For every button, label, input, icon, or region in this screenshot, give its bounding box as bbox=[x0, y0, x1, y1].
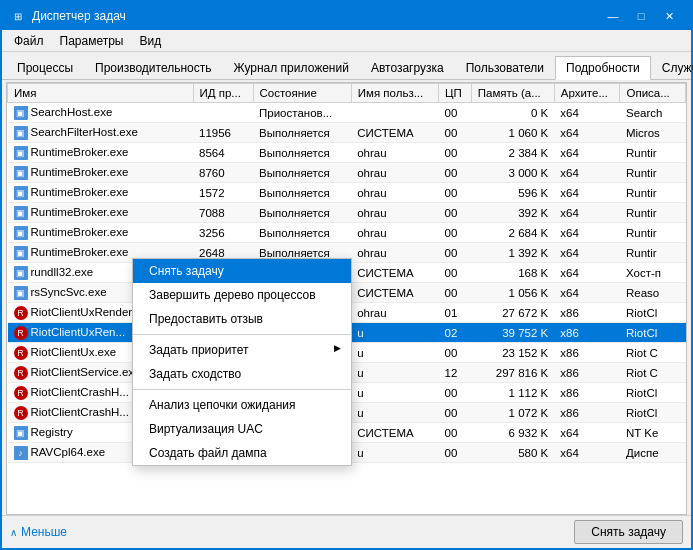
process-user: u bbox=[351, 383, 438, 403]
process-cpu: 00 bbox=[439, 203, 472, 223]
process-icon: ▣ bbox=[14, 146, 28, 160]
process-icon: R bbox=[14, 306, 28, 320]
col-user[interactable]: Имя польз... bbox=[351, 84, 438, 103]
context-menu-item[interactable]: Завершить дерево процессов bbox=[133, 283, 351, 307]
process-icon: ▣ bbox=[14, 126, 28, 140]
process-arch: x86 bbox=[554, 383, 620, 403]
context-menu-item[interactable]: Снять задачу bbox=[133, 259, 351, 283]
table-row[interactable]: ▣RuntimeBroker.exe 8760 Выполняется ohra… bbox=[8, 163, 686, 183]
context-menu-item[interactable]: Анализ цепочки ожидания bbox=[133, 393, 351, 417]
process-state: Выполняется bbox=[253, 123, 351, 143]
process-cpu: 00 bbox=[439, 283, 472, 303]
process-cpu: 00 bbox=[439, 443, 472, 463]
process-icon: ▣ bbox=[14, 226, 28, 240]
context-menu-item[interactable]: Предоставить отзыв bbox=[133, 307, 351, 331]
col-state[interactable]: Состояние bbox=[253, 84, 351, 103]
process-mem: 596 K bbox=[471, 183, 554, 203]
process-mem: 39 752 K bbox=[471, 323, 554, 343]
tab-performance[interactable]: Производительность bbox=[84, 56, 222, 79]
table-row[interactable]: ▣SearchFilterHost.exe 11956 Выполняется … bbox=[8, 123, 686, 143]
col-cpu[interactable]: ЦП bbox=[439, 84, 472, 103]
process-cpu: 00 bbox=[439, 123, 472, 143]
process-desc: Runtir bbox=[620, 183, 686, 203]
process-desc: Riot C bbox=[620, 363, 686, 383]
process-pid: 1572 bbox=[193, 183, 253, 203]
context-menu-item[interactable]: Виртуализация UAC bbox=[133, 417, 351, 441]
col-desc[interactable]: Описа... bbox=[620, 84, 686, 103]
col-name[interactable]: Имя bbox=[8, 84, 194, 103]
menu-file[interactable]: Файл bbox=[6, 32, 52, 50]
process-cpu: 00 bbox=[439, 163, 472, 183]
minimize-button[interactable]: — bbox=[599, 2, 627, 30]
tab-startup[interactable]: Автозагрузка bbox=[360, 56, 455, 79]
col-arch[interactable]: Архите... bbox=[554, 84, 620, 103]
process-arch: x64 bbox=[554, 263, 620, 283]
process-desc: Runtir bbox=[620, 203, 686, 223]
process-user: ohrau bbox=[351, 143, 438, 163]
process-desc: Micros bbox=[620, 123, 686, 143]
process-icon: ▣ bbox=[14, 286, 28, 300]
process-cpu: 00 bbox=[439, 103, 472, 123]
table-row[interactable]: ▣RuntimeBroker.exe 8564 Выполняется ohra… bbox=[8, 143, 686, 163]
window-title: Диспетчер задач bbox=[32, 9, 599, 23]
process-arch: x64 bbox=[554, 243, 620, 263]
table-row[interactable]: ▣RuntimeBroker.exe 3256 Выполняется ohra… bbox=[8, 223, 686, 243]
process-arch: x64 bbox=[554, 223, 620, 243]
process-icon: ▣ bbox=[14, 426, 28, 440]
process-desc: Диспе bbox=[620, 443, 686, 463]
process-desc: Riot C bbox=[620, 343, 686, 363]
process-user: СИСТЕМА bbox=[351, 123, 438, 143]
title-bar: ⊞ Диспетчер задач — □ ✕ bbox=[2, 2, 691, 30]
tab-users[interactable]: Пользователи bbox=[455, 56, 555, 79]
context-menu-item[interactable]: Задать приоритет bbox=[133, 338, 351, 362]
process-icon: ▣ bbox=[14, 106, 28, 120]
col-pid[interactable]: ИД пр... bbox=[193, 84, 253, 103]
process-name: ▣RuntimeBroker.exe bbox=[8, 203, 194, 223]
process-user: СИСТЕМА bbox=[351, 263, 438, 283]
process-desc: Runtir bbox=[620, 223, 686, 243]
less-button[interactable]: Меньше bbox=[10, 525, 67, 539]
context-menu-item[interactable]: Создать файл дампа bbox=[133, 441, 351, 465]
process-icon: ▣ bbox=[14, 186, 28, 200]
process-cpu: 00 bbox=[439, 403, 472, 423]
tab-services[interactable]: Службы bbox=[651, 56, 693, 79]
tab-details[interactable]: Подробности bbox=[555, 56, 651, 80]
footer: Меньше Снять задачу bbox=[2, 515, 691, 548]
process-mem: 1 392 K bbox=[471, 243, 554, 263]
menu-view[interactable]: Вид bbox=[131, 32, 169, 50]
process-icon: ▣ bbox=[14, 206, 28, 220]
process-cpu: 00 bbox=[439, 343, 472, 363]
process-arch: x64 bbox=[554, 143, 620, 163]
table-row[interactable]: ▣RuntimeBroker.exe 7088 Выполняется ohra… bbox=[8, 203, 686, 223]
end-task-button[interactable]: Снять задачу bbox=[574, 520, 683, 544]
col-mem[interactable]: Память (а... bbox=[471, 84, 554, 103]
process-arch: x64 bbox=[554, 163, 620, 183]
table-row[interactable]: ▣SearchHost.exe Приостанов... 00 0 K x64… bbox=[8, 103, 686, 123]
process-name: ▣RuntimeBroker.exe bbox=[8, 143, 194, 163]
table-row[interactable]: ▣RuntimeBroker.exe 1572 Выполняется ohra… bbox=[8, 183, 686, 203]
process-mem: 6 932 K bbox=[471, 423, 554, 443]
process-mem: 297 816 K bbox=[471, 363, 554, 383]
tab-app-history[interactable]: Журнал приложений bbox=[223, 56, 360, 79]
process-user: ohrau bbox=[351, 203, 438, 223]
process-desc: Хост-п bbox=[620, 263, 686, 283]
process-user bbox=[351, 103, 438, 123]
menu-options[interactable]: Параметры bbox=[52, 32, 132, 50]
process-desc: Reaso bbox=[620, 283, 686, 303]
context-menu-separator bbox=[133, 334, 351, 335]
process-pid: 8564 bbox=[193, 143, 253, 163]
context-menu-item[interactable]: Задать сходство bbox=[133, 362, 351, 386]
window-controls: — □ ✕ bbox=[599, 2, 683, 30]
process-state: Выполняется bbox=[253, 223, 351, 243]
tab-processes[interactable]: Процессы bbox=[6, 56, 84, 79]
maximize-button[interactable]: □ bbox=[627, 2, 655, 30]
process-state: Выполняется bbox=[253, 143, 351, 163]
process-desc: Runtir bbox=[620, 243, 686, 263]
process-icon: R bbox=[14, 386, 28, 400]
menu-bar: Файл Параметры Вид bbox=[2, 30, 691, 52]
close-button[interactable]: ✕ bbox=[655, 2, 683, 30]
process-cpu: 01 bbox=[439, 303, 472, 323]
process-arch: x64 bbox=[554, 443, 620, 463]
process-user: ohrau bbox=[351, 243, 438, 263]
process-mem: 23 152 K bbox=[471, 343, 554, 363]
